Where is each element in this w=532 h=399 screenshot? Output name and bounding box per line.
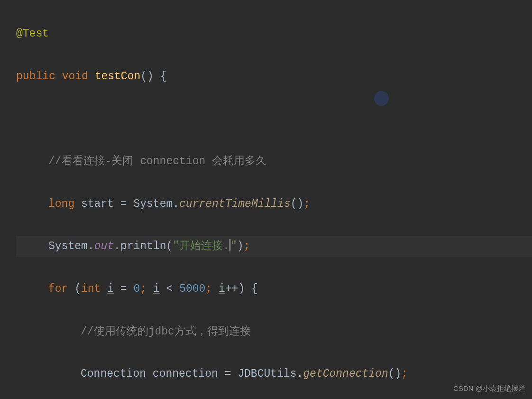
code-line-active: System.out.println("开始连接.");: [16, 236, 532, 257]
code-line: //使用传统的jdbc方式，得到连接: [16, 321, 532, 343]
code-line: //看看连接-关闭 connection 会耗用多久: [16, 151, 532, 172]
annotation: @Test: [16, 28, 49, 40]
code-line: for (int i = 0; i < 5000; i++) {: [16, 278, 532, 300]
code-line: public void testCon() {: [16, 66, 532, 87]
code-line: @Test: [16, 23, 532, 45]
caret-indicator: [374, 91, 389, 106]
code-line-empty: [16, 108, 532, 130]
code-editor[interactable]: @Test public void testCon() { //看看连接-关闭 …: [0, 2, 532, 399]
code-line: long start = System.currentTimeMillis();: [16, 194, 532, 215]
watermark-text: CSDN @小袁拒绝摆烂: [453, 381, 525, 395]
